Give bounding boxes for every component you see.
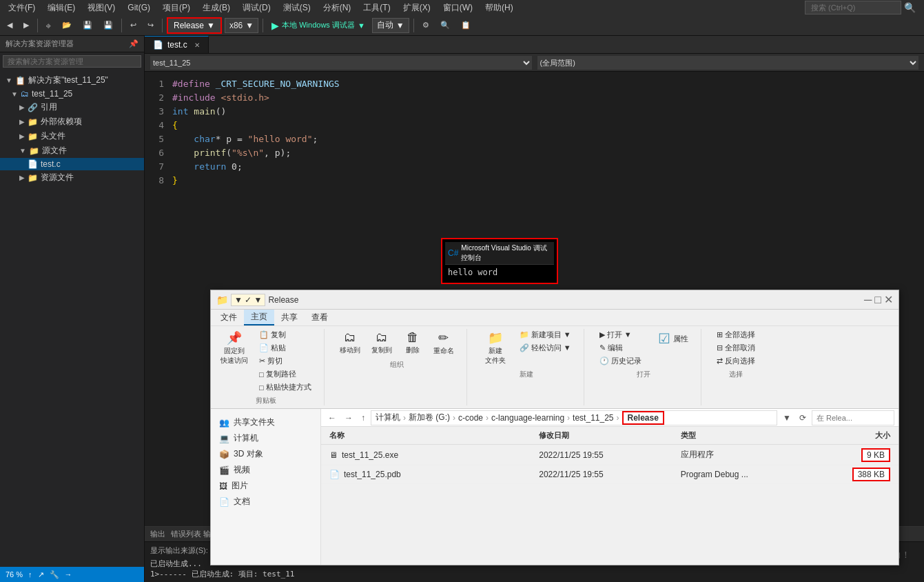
breadcrumb-clearn[interactable]: c-language-learning (491, 413, 564, 423)
sidebar-item-refs[interactable]: ▶ 🔗 引用 (0, 100, 144, 114)
breadcrumb-drive[interactable]: 新加卷 (G:) (409, 412, 450, 423)
sidebar-search-input[interactable] (3, 55, 141, 68)
toolbar-btn-3[interactable]: 💾 (79, 19, 96, 31)
fe-menu-view[interactable]: 查看 (305, 310, 335, 325)
platform-dropdown[interactable]: x86 ▼ (225, 18, 258, 33)
fe-nav-shared[interactable]: 👥 共享文件夹 (214, 414, 318, 430)
auto-dropdown[interactable]: 自动 ▼ (372, 18, 409, 33)
breadcrumb-computer[interactable]: 计算机 (376, 412, 400, 423)
fe-menu-file[interactable]: 文件 (214, 310, 244, 325)
fe-search-input[interactable] (812, 410, 894, 425)
sidebar-header: 解决方案资源管理器 📌 (0, 36, 144, 52)
toolbar-btn-2[interactable]: 📂 (58, 19, 76, 31)
menu-item-analyze[interactable]: 分析(N) (318, 1, 357, 15)
fe-addressbar: ← → ↑ 计算机 › 新加卷 (G:) › c-code › c-langua… (321, 409, 899, 427)
menu-item-project[interactable]: 项目(P) (157, 1, 196, 15)
ribbon-open-btn[interactable]: ▶ 打开 ▼ (595, 329, 636, 341)
ribbon-history-btn[interactable]: 🕐 历史记录 (595, 355, 646, 367)
ribbon-easyaccess-btn[interactable]: 🔗 轻松访问 ▼ (515, 342, 575, 354)
file-row-pdb[interactable]: 📄 test_11_25.pdb 2022/11/25 19:55 Progra… (321, 465, 899, 484)
ribbon-paste-btn[interactable]: 📄粘贴 (255, 342, 316, 354)
menu-item-edit[interactable]: 编辑(E) (42, 1, 81, 15)
ribbon-copy-btn[interactable]: 📋复制 (255, 329, 316, 341)
search-input[interactable] (805, 1, 901, 14)
debug-console-output: hello word (445, 265, 554, 280)
nav-right-select[interactable]: (全局范围) (537, 56, 919, 70)
nav-icon-2: ↗ (38, 570, 44, 579)
sidebar-item-headers[interactable]: ▶ 📁 头文件 (0, 129, 144, 143)
fe-dropdown-btn[interactable]: ▼ (780, 412, 794, 424)
release-dropdown[interactable]: Release ▼ (167, 17, 222, 34)
3d-icon: 📦 (219, 450, 229, 459)
fe-menu-share[interactable]: 共享 (274, 310, 305, 325)
tab-testc[interactable]: 📄 test.c ✕ (145, 36, 209, 53)
menu-item-git[interactable]: Git(G) (122, 1, 156, 14)
fe-nav-videos[interactable]: 🎬 视频 (214, 462, 318, 478)
fe-forward-btn[interactable]: → (342, 412, 356, 424)
fe-nav-3d[interactable]: 📦 3D 对象 (214, 446, 318, 462)
breadcrumb-test1125[interactable]: test_11_25 (573, 413, 613, 423)
sidebar-search-bar (0, 52, 144, 70)
menu-item-help[interactable]: 帮助(H) (480, 1, 519, 15)
ribbon-copypath-btn[interactable]: □ 复制路径 (255, 368, 316, 380)
ribbon-deselectall-btn[interactable]: ⊟ 全部取消 (712, 342, 759, 354)
ribbon-edit-btn[interactable]: ✎ 编辑 (595, 342, 627, 354)
fe-close-btn[interactable]: ✕ (884, 293, 893, 306)
toolbar-action-3[interactable]: 📋 (457, 19, 475, 31)
ribbon-delete-btn[interactable]: 🗑 删除 (399, 329, 427, 357)
fe-up-btn[interactable]: ↑ (358, 412, 368, 424)
tab-close-btn[interactable]: ✕ (194, 41, 200, 49)
fe-maximize-btn[interactable]: □ (874, 294, 881, 306)
ribbon-cut-btn[interactable]: ✂ 剪切 (255, 355, 316, 367)
fe-menu-home[interactable]: 主页 (244, 310, 274, 325)
ribbon-properties-btn[interactable]: ☑ 属性 (654, 329, 692, 348)
toolbar-action-2[interactable]: 🔍 (436, 19, 454, 31)
fe-nav-pictures[interactable]: 🖼 图片 (214, 478, 318, 494)
menu-item-view[interactable]: 视图(V) (82, 1, 121, 15)
ribbon-copyto-btn[interactable]: 🗂 复制到 (367, 329, 396, 357)
back-btn[interactable]: ◀ (3, 19, 17, 31)
debug-console: C# Microsoft Visual Studio 调试控制台 hello w… (441, 238, 558, 284)
sidebar-item-resources[interactable]: ▶ 📁 资源文件 (0, 170, 144, 185)
ribbon-moveto-btn[interactable]: 🗂 移动到 (336, 329, 365, 357)
ribbon-pin-btn[interactable]: 📌 固定到快速访问 (216, 329, 252, 393)
menu-item-extensions[interactable]: 扩展(X) (398, 1, 436, 15)
menu-item-test[interactable]: 测试(S) (278, 1, 316, 15)
ribbon-invertselect-btn[interactable]: ⇄ 反向选择 (712, 355, 759, 367)
menu-item-file[interactable]: 文件(F) (3, 1, 41, 15)
toolbar-btn-1[interactable]: ⎆ (42, 20, 55, 31)
forward-btn[interactable]: ▶ (19, 19, 33, 31)
breadcrumb-ccode[interactable]: c-code (458, 413, 483, 423)
menu-item-window[interactable]: 窗口(W) (438, 1, 478, 15)
sidebar-item-sources[interactable]: ▼ 📁 源文件 (0, 143, 144, 158)
run-button[interactable]: ▶ 本地 Windows 调试器 ▼ (267, 19, 369, 32)
toolbar-action-1[interactable]: ⚙ (418, 19, 433, 31)
ribbon-rename-btn[interactable]: ✏ 重命名 (429, 329, 458, 357)
fe-nav-documents[interactable]: 📄 文档 (214, 494, 318, 510)
fe-nav-computer[interactable]: 💻 计算机 (214, 430, 318, 446)
sidebar-item-project[interactable]: ▼ 🗂 test_11_25 (0, 88, 144, 100)
code-line-2: 2 #include <stdio.h> (145, 91, 924, 105)
menu-item-debug[interactable]: 调试(D) (237, 1, 276, 15)
sidebar-item-external-deps[interactable]: ▶ 📁 外部依赖项 (0, 114, 144, 129)
ribbon-pasteshortcut-btn[interactable]: □ 粘贴快捷方式 (255, 381, 316, 393)
file-row-exe[interactable]: 🖥 test_11_25.exe 2022/11/25 19:55 应用程序 9… (321, 445, 899, 465)
sidebar-pin-icon: 📌 (129, 39, 138, 48)
fe-back-btn[interactable]: ← (325, 412, 339, 424)
nav-left-select[interactable]: test_11_25 (150, 56, 532, 70)
breadcrumb-release[interactable]: Release (622, 411, 664, 425)
sidebar-item-testc[interactable]: 📄 test.c (0, 158, 144, 170)
toolbar-btn-4[interactable]: 💾 (99, 19, 117, 31)
sidebar-item-solution[interactable]: ▼ 📋 解决方案"test_11_25" (0, 73, 144, 88)
ribbon-newitem-btn[interactable]: 📁 新建项目 ▼ (515, 329, 575, 341)
ribbon-selectall-btn[interactable]: ⊞ 全部选择 (712, 329, 759, 341)
exe-size: 9 KB (861, 448, 890, 462)
menu-item-tools[interactable]: 工具(T) (358, 1, 396, 15)
fe-minimize-btn[interactable]: ─ (864, 294, 872, 306)
redo-btn[interactable]: ↪ (143, 19, 158, 31)
fe-refresh-btn[interactable]: ⟳ (797, 412, 809, 424)
ribbon-newfolder-btn[interactable]: 📁 新建文件夹 (478, 329, 513, 367)
undo-btn[interactable]: ↩ (126, 19, 141, 31)
menu-item-build[interactable]: 生成(B) (197, 1, 236, 15)
ribbon-organize-row: 🗂 移动到 🗂 复制到 🗑 删除 ✏ 重命名 (336, 329, 458, 357)
